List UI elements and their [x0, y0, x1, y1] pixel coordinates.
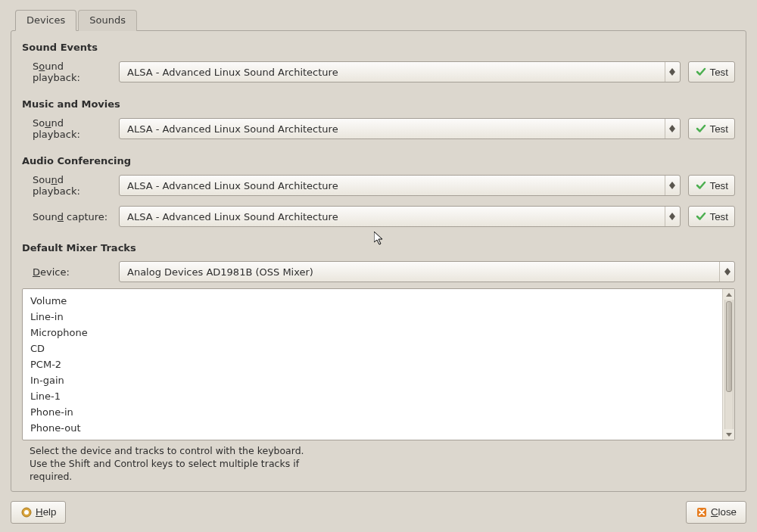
tab-sounds-label: Sounds	[89, 14, 126, 26]
track-item[interactable]: Line-1	[23, 388, 722, 404]
track-item[interactable]: CD	[23, 341, 722, 356]
help-icon	[20, 506, 33, 518]
chevron-updown-icon	[665, 176, 677, 195]
sound-events-test-button[interactable]: Test	[688, 61, 735, 82]
scroll-down-icon[interactable]	[723, 429, 734, 440]
test-label: Test	[710, 180, 728, 191]
conferencing-playback-value: ALSA - Advanced Linux Sound Architecture	[127, 180, 665, 191]
test-label: Test	[710, 123, 728, 135]
scroll-thumb[interactable]	[726, 301, 732, 392]
devices-panel: Sound Events Sound playback: ALSA - Adva…	[11, 30, 746, 492]
track-item[interactable]: Volume	[23, 293, 722, 309]
track-item[interactable]: Microphone	[23, 325, 722, 341]
tab-sounds[interactable]: Sounds	[78, 10, 137, 31]
svg-marker-10	[726, 293, 732, 297]
track-item[interactable]: PCM-2	[23, 356, 722, 372]
music-movies-title: Music and Movies	[22, 98, 735, 110]
check-icon	[695, 123, 707, 135]
mixer-device-value: Analog Devices AD1981B (OSS Mixer)	[127, 266, 719, 278]
music-movies-playback-label: Sound playback:	[33, 117, 111, 140]
close-icon	[696, 506, 708, 518]
mixer-tracks-list[interactable]: VolumeLine-inMicrophoneCDPCM-2In-gainLin…	[22, 288, 735, 440]
conferencing-capture-label: Sound capture:	[33, 211, 111, 222]
svg-marker-3	[669, 129, 675, 132]
test-label: Test	[710, 211, 728, 222]
close-button[interactable]: Close	[686, 501, 746, 524]
music-movies-playback-combo[interactable]: ALSA - Advanced Linux Sound Architecture	[119, 118, 681, 139]
conferencing-capture-value: ALSA - Advanced Linux Sound Architecture	[127, 211, 665, 222]
mixer-device-combo[interactable]: Analog Devices AD1981B (OSS Mixer)	[119, 261, 735, 282]
svg-point-13	[24, 510, 29, 515]
chevron-updown-icon	[665, 119, 677, 138]
track-item[interactable]: Phone-out	[23, 420, 722, 436]
svg-marker-5	[669, 185, 675, 189]
chevron-updown-icon	[719, 262, 731, 282]
svg-marker-1	[669, 72, 675, 76]
tab-devices[interactable]: Devices	[15, 10, 76, 31]
tab-bar: Devices Sounds	[15, 9, 746, 30]
chevron-updown-icon	[665, 62, 677, 82]
track-item[interactable]: Phone-in	[23, 404, 722, 420]
help-button[interactable]: Help	[11, 501, 66, 524]
mixer-device-label: Device:	[33, 266, 111, 278]
svg-marker-7	[669, 216, 675, 220]
test-label: Test	[710, 67, 728, 78]
sound-events-playback-combo[interactable]: ALSA - Advanced Linux Sound Architecture	[119, 61, 681, 82]
sound-events-playback-label: Sound playback:	[33, 61, 111, 83]
check-icon	[695, 210, 707, 222]
mixer-title: Default Mixer Tracks	[22, 242, 735, 254]
music-movies-playback-value: ALSA - Advanced Linux Sound Architecture	[127, 123, 665, 135]
music-movies-test-button[interactable]: Test	[688, 118, 735, 139]
mixer-hint: Select the device and tracks to control …	[30, 445, 735, 484]
track-item[interactable]: Line-in	[23, 309, 722, 325]
scroll-up-icon[interactable]	[723, 289, 734, 300]
svg-marker-11	[726, 433, 732, 437]
conferencing-playback-combo[interactable]: ALSA - Advanced Linux Sound Architecture	[119, 175, 681, 196]
tab-devices-label: Devices	[26, 14, 65, 26]
chevron-updown-icon	[665, 207, 677, 226]
footer: Help Close	[11, 501, 746, 524]
conferencing-playback-label: Sound playback:	[33, 174, 111, 197]
conferencing-title: Audio Conferencing	[22, 155, 735, 166]
track-item[interactable]: In-gain	[23, 372, 722, 388]
conferencing-capture-test-button[interactable]: Test	[688, 206, 735, 227]
check-icon	[695, 179, 707, 191]
sound-events-title: Sound Events	[22, 42, 735, 53]
check-icon	[695, 66, 707, 78]
sound-events-playback-value: ALSA - Advanced Linux Sound Architecture	[127, 67, 665, 78]
scrollbar[interactable]	[722, 289, 734, 440]
svg-marker-9	[724, 272, 731, 275]
conferencing-capture-combo[interactable]: ALSA - Advanced Linux Sound Architecture	[119, 206, 681, 227]
conferencing-playback-test-button[interactable]: Test	[688, 175, 735, 196]
